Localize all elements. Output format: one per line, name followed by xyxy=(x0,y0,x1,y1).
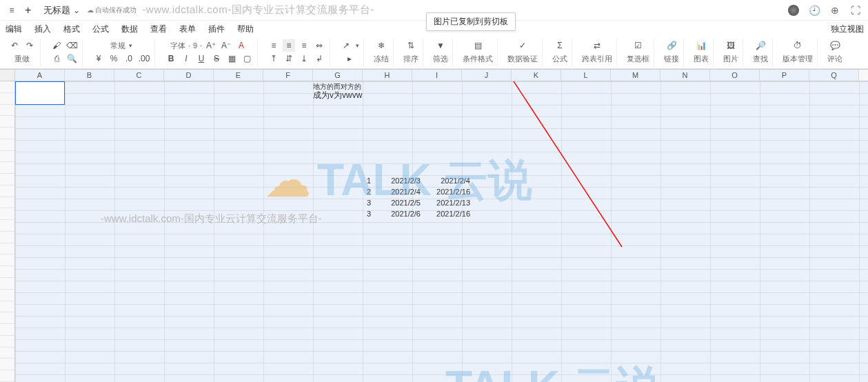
merge-icon[interactable]: ⇔ xyxy=(313,39,325,52)
row-header[interactable] xyxy=(0,232,14,243)
col-header-E[interactable]: E xyxy=(214,70,263,81)
formula-icon[interactable]: Σ xyxy=(554,39,566,52)
font-dec-icon[interactable]: A⁻ xyxy=(220,39,232,52)
fill-color-icon[interactable]: ▦ xyxy=(225,52,238,65)
menu-insert[interactable]: 插入 xyxy=(34,23,51,35)
freeze-icon[interactable]: ❄ xyxy=(375,39,387,52)
row-header[interactable] xyxy=(0,266,14,278)
border-icon[interactable]: ▢ xyxy=(241,52,253,65)
inc-dec-icon[interactable]: .00 xyxy=(138,52,150,65)
currency-icon[interactable]: ¥ xyxy=(92,52,105,65)
col-header-O[interactable]: O xyxy=(710,70,760,81)
row-header[interactable] xyxy=(0,151,14,163)
row-header[interactable] xyxy=(0,197,14,209)
row-header[interactable] xyxy=(0,105,14,117)
row-header[interactable] xyxy=(0,174,14,185)
col-header-P[interactable]: P xyxy=(760,70,809,81)
row-header[interactable] xyxy=(0,324,14,336)
col-header-M[interactable]: M xyxy=(611,70,660,81)
link-icon[interactable]: 🔗 xyxy=(665,39,678,52)
font-inc-icon[interactable]: A⁺ xyxy=(205,39,217,52)
row-header[interactable] xyxy=(0,348,14,359)
col-header-Q[interactable]: Q xyxy=(809,70,859,81)
crossref-icon[interactable]: ⇄ xyxy=(591,39,603,52)
valign-mid-icon[interactable]: ⇵ xyxy=(283,52,295,65)
print-icon[interactable]: ⎙ xyxy=(50,52,63,65)
row-header[interactable] xyxy=(0,243,14,255)
font-size[interactable]: 9 xyxy=(193,41,197,50)
col-header-L[interactable]: L xyxy=(561,70,611,81)
row-header[interactable] xyxy=(0,254,14,266)
row-header[interactable] xyxy=(0,93,14,105)
text-rotate-icon[interactable]: ↗ xyxy=(340,39,352,52)
number-format[interactable]: 常规 xyxy=(110,41,125,51)
font-color-icon[interactable]: A xyxy=(235,39,248,52)
row-header[interactable] xyxy=(0,301,14,313)
menu-view[interactable]: 查看 xyxy=(150,23,167,35)
align-right-icon[interactable]: ≡ xyxy=(298,39,310,52)
menu-help[interactable]: 帮助 xyxy=(237,23,254,35)
new-tab-button[interactable]: + xyxy=(25,4,31,17)
paint-format-icon[interactable]: 🖌 xyxy=(50,39,63,52)
search-icon[interactable]: 🔍 xyxy=(65,52,78,65)
datavalid-icon[interactable]: ✓ xyxy=(516,39,529,52)
valign-bot-icon[interactable]: ⤓ xyxy=(298,52,310,65)
wrap-icon[interactable]: ↲ xyxy=(313,52,325,65)
col-header-A[interactable]: A xyxy=(15,70,65,81)
row-header[interactable] xyxy=(0,208,14,220)
row-header[interactable] xyxy=(0,185,14,197)
menu-format[interactable]: 格式 xyxy=(63,23,80,35)
menu-form[interactable]: 表单 xyxy=(179,23,196,35)
percent-icon[interactable]: % xyxy=(108,52,120,65)
col-header-N[interactable]: N xyxy=(660,70,710,81)
checkbox-icon[interactable]: ☑ xyxy=(632,39,645,52)
document-title[interactable]: 无标题 xyxy=(43,4,70,17)
bold-button[interactable]: B xyxy=(165,52,177,65)
menu-formula[interactable]: 公式 xyxy=(92,23,109,35)
col-header-H[interactable]: H xyxy=(363,70,412,81)
row-header[interactable] xyxy=(0,312,14,324)
menu-addon[interactable]: 插件 xyxy=(208,23,225,35)
row-header[interactable] xyxy=(0,359,14,370)
col-header-B[interactable]: B xyxy=(65,70,114,81)
select-all-corner[interactable] xyxy=(0,70,15,81)
chart-icon[interactable]: 📊 xyxy=(695,39,707,52)
row-header[interactable] xyxy=(0,128,14,139)
font-family[interactable]: 字体 xyxy=(170,41,185,51)
col-header-C[interactable]: C xyxy=(114,70,164,81)
indent-icon[interactable]: ▸ xyxy=(343,52,356,65)
undo-button[interactable]: ↶ xyxy=(8,39,21,52)
menu-data[interactable]: 数据 xyxy=(121,23,138,35)
find-icon[interactable]: 🔎 xyxy=(754,39,767,52)
comment-icon[interactable]: 💬 xyxy=(829,39,841,52)
cells-area[interactable]: 地方的而对方的 成为v为vwvw 12021/2/32021/2/422021/… xyxy=(15,81,868,382)
active-cell[interactable] xyxy=(15,81,65,105)
clear-format-icon[interactable]: ⌫ xyxy=(65,39,78,52)
row-header[interactable] xyxy=(0,162,14,174)
redo-button[interactable]: ↷ xyxy=(23,39,36,52)
row-header[interactable] xyxy=(0,370,14,382)
row-header[interactable] xyxy=(0,278,14,290)
doc-dropdown-icon[interactable]: ⌄ xyxy=(70,4,83,17)
condfmt-icon[interactable]: ▤ xyxy=(472,39,484,52)
col-header-K[interactable]: K xyxy=(512,70,561,81)
image-icon[interactable]: 🖼 xyxy=(725,39,737,52)
filter-icon[interactable]: ▼ xyxy=(434,39,447,52)
row-header[interactable] xyxy=(0,81,14,93)
row-header[interactable] xyxy=(0,290,14,301)
col-header-J[interactable]: J xyxy=(462,70,512,81)
chevron-down-icon[interactable]: ▾ xyxy=(129,42,132,49)
version-icon[interactable]: ⏱ xyxy=(791,39,804,52)
italic-button[interactable]: I xyxy=(180,52,192,65)
sort-icon[interactable]: ⇅ xyxy=(405,39,417,52)
col-header-I[interactable]: I xyxy=(412,70,462,81)
menu-edit[interactable]: 编辑 xyxy=(6,23,22,35)
fullscreen-icon[interactable]: ⛶ xyxy=(850,5,861,16)
history-icon[interactable]: 🕘 xyxy=(809,5,820,16)
align-left-icon[interactable]: ≡ xyxy=(268,39,280,52)
underline-button[interactable]: U xyxy=(195,52,208,65)
strike-button[interactable]: S xyxy=(210,52,223,65)
row-header[interactable] xyxy=(0,116,14,128)
align-center-icon[interactable]: ≡ xyxy=(283,39,295,52)
independent-view[interactable]: 独立视图 xyxy=(831,23,864,35)
